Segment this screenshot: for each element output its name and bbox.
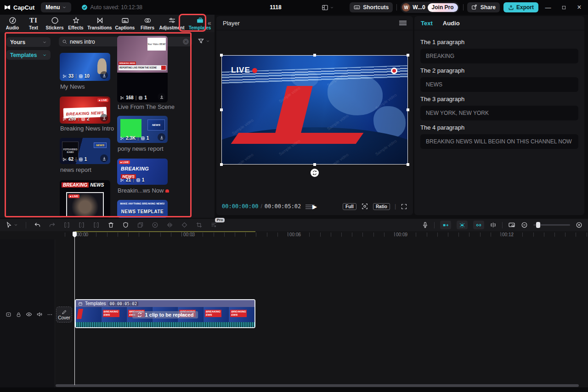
filter-templates-dropdown[interactable]: Templates (6, 50, 51, 60)
ratio-button[interactable]: Ratio (373, 203, 390, 210)
play-button[interactable]: ▶ (312, 203, 317, 210)
filter-button[interactable] (198, 38, 210, 45)
tab-adjustment[interactable]: Adjustment (158, 15, 186, 32)
preview-viewport[interactable]: LIVE Sample video Sample video Sample vi… (221, 55, 408, 165)
chevron-down-icon (330, 6, 334, 10)
selection-handle[interactable] (220, 163, 223, 166)
templates-clip[interactable]: Templates 00:00:05:02 BREAKING EWS BREAK… (75, 299, 255, 328)
visibility-eye-icon[interactable] (26, 311, 32, 318)
clip-frame: BREAKING EWS (204, 307, 229, 322)
delete-icon[interactable] (107, 222, 114, 228)
auto-snap-toggle[interactable] (457, 221, 468, 229)
selection-handle[interactable] (313, 54, 316, 57)
download-button[interactable] (100, 114, 108, 122)
template-card-my-news[interactable]: 33| 10 (60, 53, 110, 81)
filter-yours-dropdown[interactable]: Yours (6, 37, 51, 47)
split-right-icon[interactable] (93, 222, 100, 228)
lock-icon[interactable] (16, 312, 22, 318)
share-button[interactable]: Share (467, 2, 500, 12)
select-tool[interactable] (6, 222, 18, 228)
speed-icon[interactable] (152, 222, 158, 228)
layout-switcher[interactable] (322, 4, 334, 11)
preview-zoom-icon[interactable] (361, 203, 368, 210)
close-button[interactable]: × (573, 1, 585, 13)
record-voiceover-icon[interactable] (422, 222, 429, 228)
full-button[interactable]: Full (343, 203, 356, 210)
pro-badge: Pro (215, 218, 225, 222)
template-card-live-from-the-scene[interactable]: Your Video HERE BREAKING NEWS REPORTING … (117, 36, 168, 102)
split-icon[interactable] (78, 222, 85, 228)
tab-audio[interactable]: Audio (2, 15, 23, 32)
clear-search-icon[interactable]: ✕ (183, 39, 189, 45)
template-card-breaking-news-now[interactable]: LIVE BREAKING NEWS 21| 1 (117, 159, 168, 185)
paragraph-4-input[interactable] (420, 134, 578, 149)
overlay-icon[interactable] (137, 222, 144, 228)
link-toggle[interactable] (473, 221, 484, 229)
selection-handle[interactable] (220, 54, 223, 57)
menu-button[interactable]: Menu (41, 2, 71, 12)
adapt-timeline-icon[interactable] (508, 222, 515, 229)
template-card-partial[interactable]: BREAKING NEWS LIVE (60, 180, 110, 218)
download-button[interactable] (158, 93, 165, 101)
tab-captions[interactable]: Captions (113, 15, 137, 32)
tab-effects[interactable]: Effects (65, 15, 86, 32)
shortcuts-button[interactable]: Shortcuts (350, 2, 393, 12)
redo-icon[interactable] (49, 222, 56, 228)
tab-text[interactable]: Text (421, 20, 433, 27)
share-label: Share (481, 4, 496, 11)
horizontal-scrollbar[interactable] (56, 384, 579, 387)
smart-edit-icon[interactable] (210, 222, 217, 228)
thumb-inset-label: Your Video HERE (147, 38, 166, 51)
export-button[interactable]: Export (503, 2, 538, 12)
zoom-slider-knob[interactable] (536, 222, 540, 228)
player-menu-icon[interactable] (399, 21, 407, 25)
selection-handle[interactable] (220, 108, 223, 111)
zoom-in-icon[interactable] (576, 222, 582, 228)
thumb-tag: BREAKING NEWS (119, 62, 136, 65)
timeline-zoom-slider[interactable] (533, 224, 570, 226)
crop-icon[interactable] (196, 222, 203, 228)
selection-handle[interactable] (407, 163, 409, 166)
main-track-magnet-toggle[interactable] (440, 221, 451, 229)
download-button[interactable] (100, 71, 108, 79)
paragraph-1-input[interactable] (420, 49, 578, 63)
shortcuts-label: Shortcuts (363, 4, 389, 11)
tab-audio[interactable]: Audio (443, 20, 460, 27)
account-name: W...0 (413, 4, 425, 11)
mark-icon[interactable] (122, 222, 129, 228)
selection-handle[interactable] (407, 54, 409, 57)
rotate-tool-icon[interactable] (181, 222, 188, 228)
undo-icon[interactable] (34, 222, 41, 228)
account-chip[interactable]: W W...0 Join Pro (401, 2, 459, 13)
preview-axis-icon[interactable] (490, 222, 497, 228)
collapse-panel-icon[interactable]: « (208, 19, 211, 27)
selection-handle[interactable] (313, 163, 316, 166)
tab-stickers[interactable]: Stickers (44, 15, 65, 32)
join-pro-button[interactable]: Join Pro (428, 3, 458, 12)
template-card-partial-2[interactable]: MAKE ANYTHING BREAKING NEWS! NEWS TEMPLA… (117, 200, 168, 218)
more-options-icon[interactable] (47, 312, 53, 318)
mirror-icon[interactable] (166, 222, 173, 228)
template-card-breaking-news-intro[interactable]: LIVE BREAKING NEWS 259| 2 (60, 97, 110, 124)
tab-transitions[interactable]: Transitions (86, 15, 113, 32)
tab-filters[interactable]: Filters (137, 15, 158, 32)
zoom-out-icon[interactable] (521, 222, 528, 228)
pencil-icon (62, 309, 67, 315)
download-button[interactable] (100, 154, 108, 162)
cover-button[interactable]: Cover (56, 307, 72, 323)
paragraph-2-input[interactable] (420, 77, 578, 92)
fullscreen-icon[interactable] (401, 203, 407, 210)
template-card-news-report[interactable]: FOTO/VIDEO KAMU NEWS 62| 1 (60, 138, 110, 164)
maximize-button[interactable] (558, 1, 570, 13)
autosave-status: Auto saved: 10:12:38 (81, 4, 142, 11)
mute-speaker-icon[interactable] (36, 311, 43, 318)
tab-text[interactable]: TI Text (23, 15, 44, 32)
template-card-pony-news-report[interactable]: NEWS 2.3K| 1 (117, 116, 168, 143)
split-left-icon[interactable] (63, 222, 70, 228)
paragraph-3-input[interactable] (420, 106, 578, 120)
download-button[interactable] (158, 133, 165, 141)
selection-handle[interactable] (407, 108, 409, 111)
timeline-ruler[interactable]: 00:00 00:03 00:06 00:09 00:12 (0, 231, 588, 239)
minimize-button[interactable]: — (542, 1, 554, 13)
rotate-handle[interactable] (311, 169, 319, 177)
